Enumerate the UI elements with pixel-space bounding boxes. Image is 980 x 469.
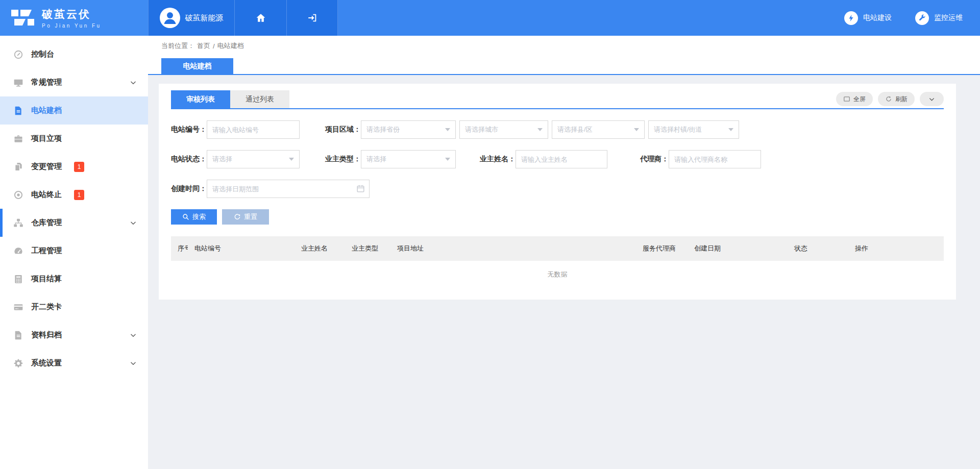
sign-in-button[interactable] bbox=[287, 0, 338, 36]
calendar-icon bbox=[356, 184, 365, 193]
panel-card: 审核列表 通过列表 全屏 刷新 bbox=[159, 84, 956, 300]
gauge-icon bbox=[13, 50, 23, 60]
sidebar-item-station-terminate[interactable]: 电站终止 1 bbox=[0, 181, 148, 209]
refresh-button[interactable]: 刷新 bbox=[878, 92, 915, 106]
tachometer-icon bbox=[13, 246, 23, 256]
briefcase-icon bbox=[13, 134, 23, 144]
table-header-row: 序号 电站编号 业主姓名 业主类型 项目地址 服务代理商 创建日期 状态 操作 bbox=[171, 236, 944, 261]
sidebar-item-station-archive[interactable]: 电站建档 bbox=[0, 96, 148, 125]
fullscreen-label: 全屏 bbox=[853, 95, 866, 104]
top-nav: 电站建设 监控运维 bbox=[844, 0, 980, 36]
collapse-button[interactable] bbox=[920, 92, 944, 106]
user-menu[interactable]: 破茧新能源 bbox=[148, 0, 235, 36]
gear-icon bbox=[13, 358, 23, 368]
owner-type-label: 业主类型： bbox=[325, 155, 361, 164]
sidebar-item-label: 项目立项 bbox=[31, 134, 62, 143]
agent-input[interactable] bbox=[669, 150, 761, 168]
sidebar-item-data-archive[interactable]: 资料归档 bbox=[0, 321, 148, 349]
city-select[interactable]: 请选择城市 bbox=[459, 120, 548, 139]
select-placeholder: 请选择 bbox=[366, 155, 386, 164]
caret-down-icon bbox=[445, 128, 450, 131]
brand-text: 破茧云伏 Po Jian Yun Fu bbox=[42, 7, 102, 29]
caret-down-icon bbox=[445, 158, 450, 161]
sidebar-item-label: 变更管理 bbox=[31, 162, 62, 171]
top-bar-spacer bbox=[338, 0, 844, 36]
sidebar: 控制台 常规管理 电站建档 项 bbox=[0, 36, 148, 469]
sidebar-item-project-initiation[interactable]: 项目立项 bbox=[0, 125, 148, 153]
reset-label: 重置 bbox=[244, 212, 257, 221]
archive-icon bbox=[13, 330, 23, 340]
sidebar-item-label: 资料归档 bbox=[31, 330, 62, 340]
credit-card-icon bbox=[13, 302, 23, 312]
chevron-down-icon bbox=[130, 360, 137, 367]
district-select[interactable]: 请选择县/区 bbox=[552, 120, 645, 139]
page-tab-station-archive[interactable]: 电站建档 bbox=[161, 58, 233, 74]
select-placeholder: 请选择县/区 bbox=[557, 125, 593, 134]
panel-header: 审核列表 通过列表 全屏 刷新 bbox=[171, 84, 944, 108]
chevron-down-icon bbox=[130, 332, 137, 339]
tab-review-list[interactable]: 审核列表 bbox=[171, 90, 230, 108]
sidebar-item-engineering-mgmt[interactable]: 工程管理 bbox=[0, 237, 148, 265]
sidebar-item-label: 仓库管理 bbox=[31, 218, 62, 228]
notification-badge: 1 bbox=[74, 190, 84, 200]
owner-name-input[interactable] bbox=[516, 150, 607, 168]
breadcrumb-current: 电站建档 bbox=[217, 41, 244, 51]
owner-name-label: 业主姓名： bbox=[480, 155, 516, 164]
sidebar-item-label: 系统设置 bbox=[31, 358, 62, 368]
select-placeholder: 请选择村镇/街道 bbox=[654, 125, 702, 134]
sidebar-item-general-mgmt[interactable]: 常规管理 bbox=[0, 68, 148, 96]
region-label: 项目区域： bbox=[325, 125, 361, 134]
reset-button[interactable]: 重置 bbox=[222, 209, 269, 225]
home-button[interactable] bbox=[235, 0, 287, 36]
active-indicator-bar bbox=[0, 209, 3, 237]
brand-logo-icon bbox=[11, 9, 35, 27]
top-nav-station-build[interactable]: 电站建设 bbox=[844, 11, 892, 25]
sidebar-item-console[interactable]: 控制台 bbox=[0, 40, 148, 68]
tab-approved-list[interactable]: 通过列表 bbox=[230, 90, 289, 108]
province-select[interactable]: 请选择省份 bbox=[361, 120, 456, 139]
breadcrumb-home[interactable]: 首页 bbox=[197, 41, 210, 51]
select-placeholder: 请选择省份 bbox=[366, 125, 400, 134]
town-select[interactable]: 请选择村镇/街道 bbox=[648, 120, 739, 139]
station-status-select[interactable]: 请选择 bbox=[207, 150, 300, 168]
document-icon bbox=[13, 106, 23, 116]
sidebar-item-change-mgmt[interactable]: 变更管理 1 bbox=[0, 153, 148, 181]
sidebar-item-warehouse-mgmt[interactable]: 仓库管理 bbox=[0, 209, 148, 237]
filter-row-1: 电站编号： 项目区域： 请选择省份 请选择城市 bbox=[171, 120, 944, 139]
wrench-icon bbox=[915, 11, 929, 25]
sidebar-item-label: 工程管理 bbox=[31, 246, 62, 256]
agent-label: 代理商： bbox=[633, 155, 669, 164]
main-content: 当前位置： 首页 / 电站建档 电站建档 审核列表 通过列表 bbox=[148, 36, 980, 469]
station-no-input[interactable] bbox=[207, 120, 300, 139]
results-table: 序号 电站编号 业主姓名 业主类型 项目地址 服务代理商 创建日期 状态 操作 bbox=[171, 236, 944, 288]
column-header: 创建日期 bbox=[688, 236, 788, 261]
chevron-down-icon bbox=[928, 96, 935, 103]
sign-in-icon bbox=[307, 12, 318, 23]
chevron-down-icon bbox=[130, 219, 137, 227]
top-nav-monitor-ops[interactable]: 监控运维 bbox=[915, 11, 963, 25]
sidebar-item-project-settlement[interactable]: 项目结算 bbox=[0, 265, 148, 293]
search-label: 搜索 bbox=[192, 212, 206, 221]
select-placeholder: 请选择城市 bbox=[465, 125, 498, 134]
refresh-icon bbox=[885, 95, 892, 103]
filter-actions: 搜索 重置 bbox=[171, 209, 944, 225]
column-header: 业主姓名 bbox=[295, 236, 345, 261]
filter-form: 电站编号： 项目区域： 请选择省份 请选择城市 bbox=[171, 120, 944, 225]
brand-title: 破茧云伏 bbox=[42, 7, 102, 21]
brand-logo: 破茧云伏 Po Jian Yun Fu bbox=[0, 0, 148, 36]
top-nav-label: 电站建设 bbox=[863, 13, 892, 22]
owner-type-select[interactable]: 请选择 bbox=[361, 150, 456, 168]
sidebar-item-system-settings[interactable]: 系统设置 bbox=[0, 349, 148, 377]
sidebar-item-class2-card[interactable]: 开二类卡 bbox=[0, 293, 148, 321]
caret-down-icon bbox=[634, 128, 639, 131]
sidebar-item-label: 项目结算 bbox=[31, 274, 62, 284]
search-button[interactable]: 搜索 bbox=[171, 209, 217, 225]
date-range-input[interactable] bbox=[207, 180, 370, 198]
brand-subtitle: Po Jian Yun Fu bbox=[42, 23, 102, 29]
column-header: 业主类型 bbox=[345, 236, 390, 261]
notification-badge: 1 bbox=[74, 162, 84, 172]
fullscreen-button[interactable]: 全屏 bbox=[836, 92, 873, 106]
app-root: 破茧云伏 Po Jian Yun Fu 破茧新能源 bbox=[0, 0, 980, 469]
date-range-picker[interactable] bbox=[207, 180, 370, 198]
empty-state: 无数据 bbox=[171, 261, 944, 288]
